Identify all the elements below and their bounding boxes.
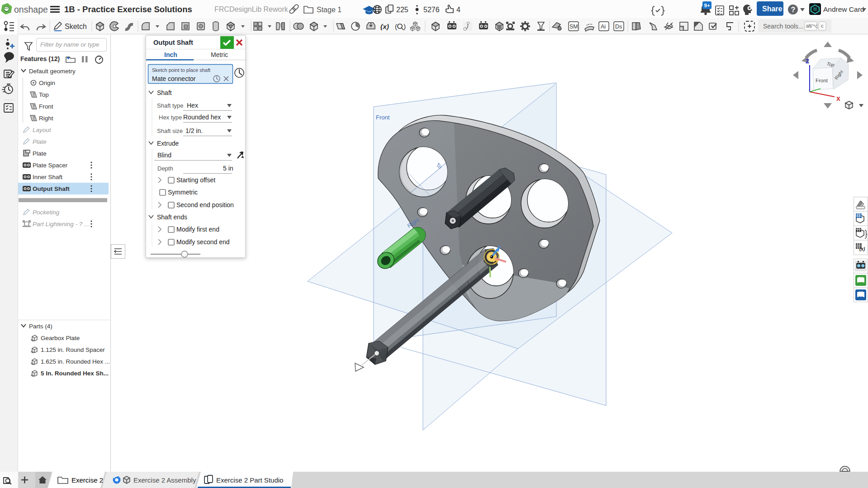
- svg-text:5 in: 5 in: [223, 165, 233, 172]
- svg-text:Andrew Card: Andrew Card: [823, 5, 864, 13]
- svg-text:(: (: [395, 23, 398, 30]
- svg-text:?: ?: [791, 6, 796, 14]
- svg-text:Shaft type: Shaft type: [157, 102, 184, 109]
- svg-text:Depth: Depth: [157, 165, 173, 172]
- svg-text:Search tools...: Search tools...: [763, 23, 804, 30]
- svg-text:SM: SM: [569, 24, 578, 30]
- svg-text:Starting offset: Starting offset: [176, 176, 215, 184]
- svg-text:Hex type: Hex type: [159, 114, 182, 121]
- svg-text:Metric: Metric: [211, 51, 228, 58]
- svg-text:1/2 in.: 1/2 in.: [185, 127, 203, 134]
- svg-text:1B - Practice Exercise Solutio: 1B - Practice Exercise Solutions: [64, 5, 192, 14]
- svg-text:Front: Front: [376, 114, 390, 121]
- svg-text:Sketch point to place shaft: Sketch point to place shaft: [152, 67, 210, 73]
- svg-text:Symmetric: Symmetric: [168, 189, 198, 196]
- svg-text:Shaft ends: Shaft ends: [157, 213, 187, 221]
- svg-text:(x): (x): [380, 23, 389, 30]
- svg-text:Shaft: Shaft: [157, 89, 172, 96]
- svg-text:4: 4: [456, 6, 460, 14]
- svg-text:FRCDesignLib Rework: FRCDesignLib Rework: [214, 5, 289, 13]
- svg-text:alt/⌥: alt/⌥: [806, 23, 818, 28]
- svg-text:Second end position: Second end position: [176, 201, 234, 208]
- svg-text:): ): [403, 23, 406, 30]
- svg-text:Modify second end: Modify second end: [176, 238, 230, 246]
- svg-text:onshape: onshape: [14, 5, 48, 14]
- svg-text:Sketch: Sketch: [65, 23, 87, 30]
- svg-text:225: 225: [396, 6, 408, 14]
- svg-text:X: X: [836, 95, 840, 102]
- svg-text:9+: 9+: [704, 3, 710, 8]
- svg-text:Blind: Blind: [157, 152, 171, 159]
- svg-text:Exercise 2 Part Studio: Exercise 2 Part Studio: [216, 476, 283, 484]
- svg-text:Extrude: Extrude: [157, 140, 179, 147]
- svg-text:Mate connector: Mate connector: [152, 75, 196, 82]
- svg-text:Stage 1: Stage 1: [317, 6, 342, 14]
- svg-text:c: c: [821, 23, 824, 28]
- svg-text:Rounded hex: Rounded hex: [183, 114, 221, 121]
- svg-text:Modify first end: Modify first end: [176, 226, 219, 233]
- svg-text:Hex: Hex: [187, 102, 198, 109]
- svg-text:Exercise 2 Assembly: Exercise 2 Assembly: [133, 476, 196, 484]
- svg-text:Ds: Ds: [615, 24, 622, 30]
- svg-text:Z: Z: [806, 58, 809, 65]
- svg-text:Shaft size: Shaft size: [157, 128, 183, 134]
- svg-text:Inch: Inch: [164, 51, 177, 58]
- svg-text:Exercise 2: Exercise 2: [71, 476, 103, 484]
- svg-text:Share: Share: [762, 5, 783, 13]
- svg-text:Output Shaft: Output Shaft: [153, 39, 193, 46]
- svg-text:(x): (x): [859, 246, 865, 251]
- svg-text:5276: 5276: [423, 6, 440, 14]
- svg-text:Front: Front: [816, 78, 828, 83]
- svg-text:Ai: Ai: [601, 24, 606, 30]
